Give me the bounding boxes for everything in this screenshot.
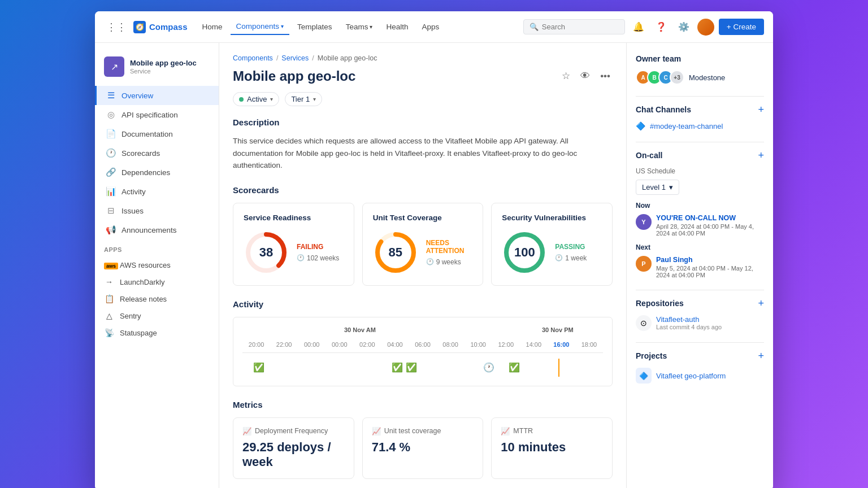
nav-health[interactable]: Health [380,19,414,34]
sidebar-app-release[interactable]: 📋 Release notes [95,290,219,307]
projects-title: Projects [636,351,667,360]
scorecard-body-2: 100 PASSING 🕐 1 week [502,230,602,275]
nav-components[interactable]: Components ▾ [231,19,290,35]
sidebar-app-statuspage[interactable]: 📡 Statuspage [95,324,219,341]
settings-button[interactable]: ⚙️ [675,18,693,36]
repositories-section: Repositories + ⊙ Vitafleet-auth Last com… [636,298,764,331]
divider-1 [636,96,764,97]
teams-chevron-icon: ▾ [370,24,372,30]
search-icon: 🔍 [530,23,539,31]
scorecard-status-0: FAILING [297,243,344,251]
notifications-button[interactable]: 🔔 [630,18,648,36]
clock-icon-0: 🕐 [297,254,305,262]
breadcrumb-services[interactable]: Services [281,54,309,62]
breadcrumb-current: Mobile app geo-loc [318,54,377,62]
main-content: Components / Services / Mobile app geo-l… [219,43,626,488]
date-pm-label: 30 Nov PM [542,326,574,333]
scorecard-info-2: PASSING 🕐 1 week [555,243,602,262]
repo-name-0[interactable]: Vitafleet-auth [656,315,764,324]
app-logo[interactable]: 🧭 Compass [133,21,188,33]
sidebar-item-docs[interactable]: 📄 Documentation [95,124,219,143]
components-chevron-icon: ▾ [281,23,284,29]
create-button[interactable]: + Create [719,19,764,35]
add-project-button[interactable]: + [758,351,764,361]
event-marker-2: ✅ [406,362,417,373]
sidebar-app-launchdarkly[interactable]: → LaunchDarkly [95,273,219,290]
sidebar-app-sentry[interactable]: △ Sentry [95,307,219,324]
projects-header: Projects + [636,351,764,361]
timeline-times-row: 20:00 22:00 00:00 00:00 02:00 04:00 06:0… [242,341,603,353]
metric-title-0: 📈 Deployment Frequency [242,427,345,435]
scorecard-title-2: Security Vulnerabilities [502,213,602,222]
api-icon: ◎ [106,110,116,120]
more-options-button[interactable]: ••• [598,68,613,84]
nav-right: 🔍 🔔 ❓ ⚙️ [523,18,714,36]
sidebar-service-name: Mobile app geo-loc [130,59,197,68]
search-input[interactable] [542,23,619,31]
level-dropdown[interactable]: Level 1 ▾ [636,180,679,195]
timeline-events-row: ✅ ✅ ✅ 🕐 ✅ [242,359,603,377]
tier-badge[interactable]: Tier 1 ▾ [285,92,322,106]
star-button[interactable]: ☆ [559,68,572,84]
scorecard-info-1: NEEDS ATTENTION 🕐 9 weeks [426,239,473,266]
scorecard-body-1: 85 NEEDS ATTENTION 🕐 9 weeks [373,230,473,275]
metrics-grid: 📈 Deployment Frequency 29.25 deploys / w… [233,417,613,479]
nav-apps[interactable]: Apps [416,19,445,34]
status-chevron-icon: ▾ [270,96,273,102]
grid-icon[interactable]: ⋮⋮ [104,19,129,36]
add-channel-button[interactable]: + [758,104,764,115]
overview-icon: ☰ [106,90,116,101]
scorecard-chart-2: 100 [502,230,547,275]
scorecard-chart-1: 85 [373,230,418,275]
right-panel: Owner team A B C +3 Modestone Chat Chann… [626,43,773,488]
launchdarkly-icon: → [104,277,114,286]
watch-button[interactable]: 👁 [578,68,592,84]
sidebar-item-activity[interactable]: 📊 Activity [95,182,219,201]
nav-home[interactable]: Home [197,19,228,34]
add-oncall-button[interactable]: + [758,150,764,160]
nav-templates[interactable]: Templates [292,19,338,34]
breadcrumb-sep-2: / [312,54,314,62]
sidebar-item-announcements[interactable]: 📢 Announcements [95,220,219,239]
search-box[interactable]: 🔍 [523,19,625,34]
help-button[interactable]: ❓ [652,18,670,36]
sentry-icon: △ [104,311,114,320]
sidebar-item-issues[interactable]: ⊟ Issues [95,201,219,220]
project-name-0[interactable]: Vitafleet geo-platform [656,372,726,380]
metric-value-1: 71.4 % [372,440,474,455]
user-avatar[interactable] [697,19,714,36]
activity-heading: Activity [233,299,613,309]
clock-icon-1: 🕐 [426,258,434,265]
scorecard-chart-0: 38 [244,230,289,275]
channel-item[interactable]: 🔷 #modey-team-channel [636,121,764,130]
nav-teams[interactable]: Teams ▾ [340,19,379,34]
sidebar-item-overview[interactable]: ☰ Overview [95,86,219,105]
metric-title-1: 📈 Unit test coverage [372,427,474,435]
chat-channels-title: Chat Channels [636,105,691,114]
add-repo-button[interactable]: + [758,298,764,308]
time-slot-8: 10:00 [465,341,492,348]
oncall-now-info: YOU'RE ON-CALL NOW April 28, 2024 at 04:… [656,214,764,237]
sidebar-item-scorecards[interactable]: 🕐 Scorecards [95,143,219,163]
timeline-container: 30 Nov AM 30 Nov PM 20:00 22:00 00:00 00… [233,317,613,386]
activity-section: Activity 30 Nov AM 30 Nov PM 20:00 22:00… [233,299,613,386]
sidebar-item-dependencies[interactable]: 🔗 Dependencies [95,163,219,182]
chat-channels-header: Chat Channels + [636,104,764,115]
now-label: Now [636,202,764,210]
repositories-title: Repositories [636,299,684,308]
app-name: Compass [149,22,188,32]
status-active-badge[interactable]: Active ▾ [233,92,279,106]
breadcrumb-components[interactable]: Components [233,54,273,62]
event-marker-0: ✅ [253,362,264,373]
time-slot-9: 12:00 [492,341,520,348]
description-section: Description This service decides which r… [233,117,613,172]
scorecards-grid: Service Readiness 38 FAILING [233,203,613,286]
sidebar-item-api[interactable]: ◎ API specification [95,105,219,124]
description-heading: Description [233,117,613,127]
sidebar-app-aws[interactable]: aws AWS resources [95,256,219,273]
event-marker-4: ✅ [509,362,520,373]
time-slot-5: 04:00 [381,341,409,348]
oncall-next-entry: P Paul Singh May 5, 2024 at 04:00 PM - M… [636,256,764,278]
oncall-section: On-call + US Schedule Level 1 ▾ Now Y YO… [636,150,764,278]
docs-icon: 📄 [106,129,116,139]
